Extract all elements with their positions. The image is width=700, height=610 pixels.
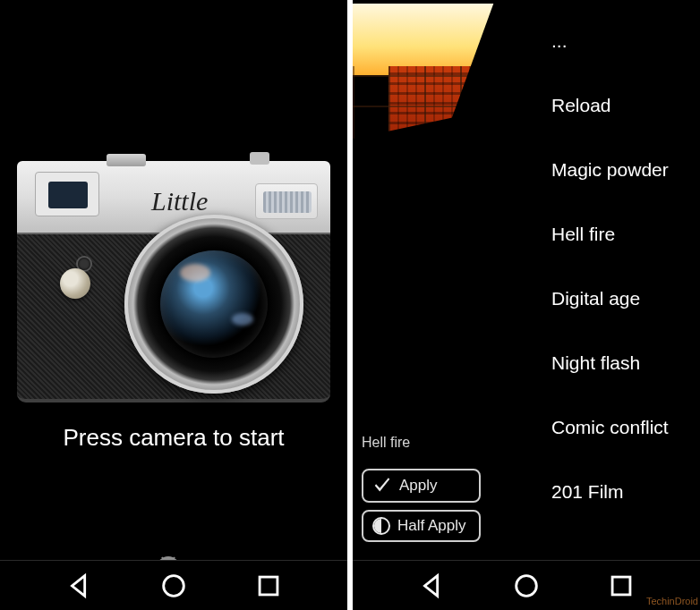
camera-brand-label: Little (151, 186, 208, 216)
press-camera-label: Press camera to start (63, 424, 284, 452)
watermark-label: TechinDroid (646, 596, 698, 606)
check-icon (372, 476, 392, 496)
filter-item-magic-powder[interactable]: Magic powder (548, 138, 700, 202)
filter-item-more[interactable]: ... (548, 9, 700, 73)
filter-list[interactable]: ... Reload Magic powder Hell fire Digita… (548, 9, 700, 560)
nav-home-button[interactable] (511, 571, 542, 601)
svg-rect-6 (260, 577, 277, 595)
screen-filter-select: ... Reload Magic powder Hell fire Digita… (353, 0, 700, 610)
screen-camera-start: Little Press camera to start Help (0, 0, 347, 610)
filter-item-comic-conflict[interactable]: Comic conflict (548, 395, 700, 460)
filter-item-reload[interactable]: Reload (548, 73, 700, 138)
nav-home-button[interactable] (158, 571, 189, 601)
camera-graphic[interactable]: Little (17, 161, 330, 402)
android-navbar-left (0, 560, 347, 610)
apply-button[interactable]: Apply (362, 469, 481, 503)
nav-back-button[interactable] (64, 571, 95, 601)
nav-recent-button[interactable] (606, 571, 636, 601)
current-filter-label: Hell fire (362, 435, 410, 451)
photo-preview[interactable] (353, 4, 541, 191)
filter-item-night-flash[interactable]: Night flash (548, 331, 700, 395)
nav-recent-button[interactable] (253, 571, 284, 601)
apply-button-stack: Apply Half Apply (362, 469, 481, 542)
filter-item-201-film[interactable]: 201 Film (548, 460, 700, 524)
filter-item-digital-age[interactable]: Digital age (548, 267, 700, 331)
half-apply-button[interactable]: Half Apply (362, 510, 481, 542)
svg-point-7 (516, 575, 537, 596)
apply-label: Apply (399, 477, 438, 495)
camera-start-area: Little Press camera to start (0, 0, 347, 540)
half-apply-label: Half Apply (397, 517, 466, 535)
half-circle-icon (372, 517, 390, 535)
svg-point-5 (164, 575, 184, 596)
nav-back-button[interactable] (417, 571, 448, 601)
filter-item-hell-fire[interactable]: Hell fire (548, 202, 700, 267)
svg-rect-8 (612, 577, 630, 595)
android-navbar-right: TechinDroid (353, 560, 700, 610)
